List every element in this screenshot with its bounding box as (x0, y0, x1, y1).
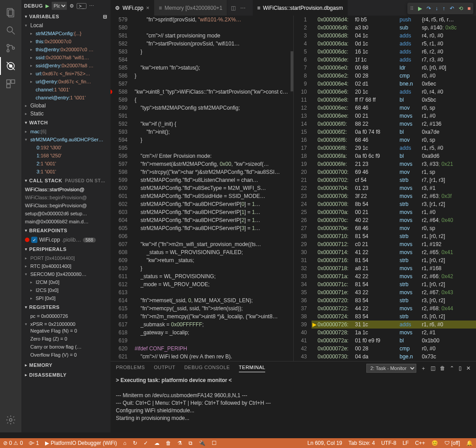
status-icon[interactable]: ⌂ (120, 440, 129, 446)
status-icon[interactable]: ↻ (130, 440, 140, 446)
callstack-frame[interactable]: WiFiClass::beginProvision@ (21, 193, 111, 201)
status-item[interactable]: LF (399, 440, 412, 446)
peripheral-row[interactable]: ▸PORT [0x41004400] (21, 254, 111, 262)
stop-button[interactable]: ■ (468, 5, 471, 12)
variables-header[interactable]: ▾VARIABLES⊟ (21, 12, 111, 21)
peripheral-child-row[interactable]: ▸SPI [0x0] (21, 294, 111, 302)
status-item[interactable]: C++ (412, 440, 428, 446)
watch-child-row[interactable]: 3: 1 '\001' (21, 168, 111, 176)
callstack-frame[interactable]: WiFiClass::startProvision@ (21, 185, 111, 193)
registers-header[interactable]: ▾REGISTERS (21, 302, 111, 312)
panel-tab[interactable]: PROBLEMS (116, 365, 145, 372)
editor-right[interactable]: 1234567891011121314151617181920212223242… (293, 16, 476, 361)
callstack-frame[interactable]: main@0x00006b82 main.d… (21, 218, 111, 226)
peripherals-header[interactable]: ▾PERIPHERALS (21, 244, 111, 254)
tab-more-icon[interactable]: ⋯ (240, 5, 246, 11)
variable-row[interactable]: ▸ssid@entry: 0x20007fa8 … (21, 62, 111, 70)
disassembly-header[interactable]: ▸DISASSEMBLY (21, 370, 111, 380)
activity-settings-icon[interactable] (0, 411, 21, 429)
peripheral-row[interactable]: ▾SERCOM0 [0x4200080… (21, 270, 111, 278)
activity-extensions-icon[interactable] (0, 75, 21, 93)
maximize-panel-icon[interactable]: ⌃ (450, 365, 454, 371)
split-editor-icon[interactable]: ◫ (231, 5, 236, 11)
peripheral-row[interactable]: ▸RTC [0x40001400] (21, 262, 111, 270)
scope-row[interactable]: ▾Local (21, 21, 111, 29)
terminal-body[interactable]: > Executing task: platformio device moni… (111, 375, 476, 432)
split-terminal-icon[interactable]: ◫ (431, 365, 435, 371)
memory-header[interactable]: ▸MEMORY (21, 360, 111, 370)
callstack-frame[interactable]: setup@0x000002d6 setup… (21, 210, 111, 218)
peripheral-child-row[interactable]: ▸I2CM [0x0] (21, 278, 111, 286)
tab-close-icon[interactable]: × (146, 4, 150, 11)
register-row[interactable]: pc = 0x00000726 (21, 312, 111, 320)
status-icon[interactable]: ⚗ (174, 440, 185, 446)
watch-row[interactable]: ▸mac: [6] (21, 127, 111, 136)
panel-tab[interactable]: TERMINAL (239, 365, 266, 372)
continue-button[interactable]: ▶ (418, 5, 422, 12)
status-item[interactable]: 🔔 (463, 440, 476, 446)
callstack-header[interactable]: ▾CALL STACKPAUSED ON ST… (21, 176, 111, 185)
terminal-selector[interactable]: 2: Task - Monitor (366, 364, 416, 373)
variable-row[interactable]: ▸url: 0xd67c <_fini+752>… (21, 70, 111, 78)
status-item[interactable]: Ln 609, Col 19 (304, 440, 345, 446)
editor-tab[interactable]: ≡Memory [0x42000800+1 (154, 0, 227, 16)
status-item[interactable]: 😊 (428, 440, 441, 446)
step-into-button[interactable]: ↓ (435, 5, 438, 12)
status-item[interactable]: 🛡 [off] (441, 440, 463, 446)
new-terminal-icon[interactable]: ＋ (421, 365, 426, 372)
variable-row[interactable]: channel: 1 '\001' (21, 86, 111, 94)
restart-button[interactable]: ⟲ (459, 5, 463, 12)
callstack-frame[interactable]: WiFiClass::beginProvision@ (21, 201, 111, 210)
watch-child-row[interactable]: 2: 1 '\001' (21, 160, 111, 168)
variable-row[interactable]: ▸ssid: 0x20007fa8 "wifi1… (21, 53, 111, 62)
variable-row[interactable]: ▸url@entry: 0xd67c <_fin… (21, 78, 111, 86)
status-item[interactable]: Tab Size: 4 (345, 440, 378, 446)
status-icon[interactable]: 🗑 (163, 440, 174, 446)
watch-child-row[interactable]: 0: 192 '\300' (21, 144, 111, 152)
activity-search-icon[interactable] (0, 21, 21, 39)
breakpoint-row[interactable]: ✓WiFi.cpp .piolib… 588 (21, 235, 111, 244)
breakpoint-marker-icon[interactable] (111, 90, 112, 94)
activity-debug-icon[interactable] (0, 57, 21, 75)
step-out-button[interactable]: ↑ (443, 5, 445, 12)
variable-row[interactable]: ▸strM2MAPConfig: {...} (21, 29, 111, 37)
watch-child-row[interactable]: 1: 168 '\250' (21, 152, 111, 160)
watch-row[interactable]: ▾strM2MAPConfig.au8DHCPSer… (21, 136, 111, 144)
step-over-button[interactable]: ↷ (427, 5, 431, 12)
variable-row[interactable]: ▸this@entry: 0x200007c0 … (21, 45, 111, 53)
status-icon[interactable]: 🔌 (196, 440, 209, 446)
breakpoints-header[interactable]: ▾BREAKPOINTS (21, 226, 111, 235)
debug-start-button[interactable]: ▶ (45, 3, 49, 9)
panel-layout-icon[interactable]: ▯ (459, 365, 462, 371)
activity-scm-icon[interactable] (0, 39, 21, 57)
kill-terminal-icon[interactable]: 🗑 (440, 365, 445, 371)
debug-more-icon[interactable]: ⋯ (89, 3, 94, 9)
status-icon[interactable]: ☐ (209, 440, 220, 446)
variable-row[interactable]: ▸this: 0x200007c0 (21, 37, 111, 45)
status-item[interactable]: UTF-8 (378, 440, 399, 446)
collapse-all-icon[interactable]: ⊟ (103, 14, 107, 20)
step-back-button[interactable]: ↶ (450, 5, 454, 12)
debug-config-select[interactable]: Pla (52, 2, 67, 10)
editor-tab[interactable]: ⚙WiFi.cpp× (111, 0, 154, 16)
status-icon[interactable]: ✓ (140, 440, 151, 446)
debug-console-icon[interactable]: ≻_ (77, 3, 86, 9)
debug-gear-icon[interactable]: ⚙ (70, 3, 74, 9)
panel-tab[interactable]: OUTPUT (154, 365, 175, 372)
status-item[interactable]: ⌱ 1 (26, 440, 42, 446)
status-icon[interactable]: ☁ (151, 440, 163, 446)
status-item[interactable]: ⊘ 0 ⚠ 0 (0, 440, 26, 446)
editor-tab[interactable]: ≡WiFiClass::startProvision.dbgasm (253, 0, 348, 16)
status-item[interactable]: ▶ PlatformIO Debugger (WiFi) (42, 440, 120, 446)
activity-explorer-icon[interactable] (0, 4, 21, 21)
drag-grip-icon[interactable]: ⠿ (410, 6, 414, 12)
panel-tab[interactable]: DEBUG CONSOLE (184, 365, 230, 372)
scope-row[interactable]: ▸Global (21, 102, 111, 110)
watch-header[interactable]: ▾WATCH (21, 118, 111, 127)
breakpoint-checkbox[interactable]: ✓ (31, 237, 37, 243)
scope-row[interactable]: ▸Static (21, 110, 111, 118)
close-panel-icon[interactable]: ✕ (466, 365, 471, 371)
register-row[interactable]: ▾xPSR = 0x21000000 (21, 320, 111, 328)
peripheral-child-row[interactable]: ▸I2CS [0x0] (21, 286, 111, 294)
status-icon[interactable]: ⧉ (185, 440, 196, 446)
